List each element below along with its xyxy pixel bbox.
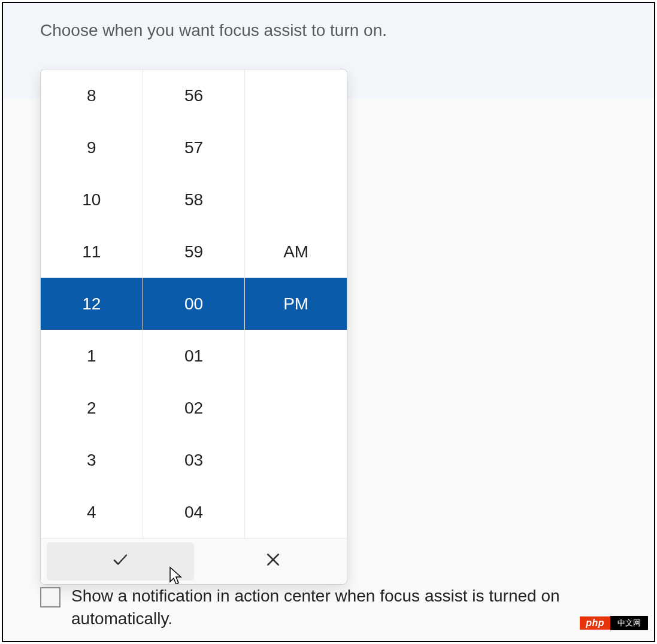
period-option[interactable] (245, 330, 347, 382)
minute-option[interactable]: 02 (143, 382, 245, 434)
period-option[interactable] (245, 174, 347, 226)
hour-option-selected[interactable]: 12 (41, 278, 143, 330)
close-icon (264, 551, 282, 573)
notification-checkbox[interactable] (40, 587, 60, 607)
period-option[interactable] (245, 486, 347, 538)
watermark-brand: php (580, 616, 610, 630)
settings-panel: Choose when you want focus assist to tur… (2, 2, 655, 642)
cancel-button[interactable] (200, 539, 347, 584)
period-option[interactable] (245, 382, 347, 434)
hour-option[interactable]: 2 (41, 382, 143, 434)
minute-option-selected[interactable]: 00 (143, 278, 245, 330)
minute-option[interactable]: 04 (143, 486, 245, 538)
time-picker-footer (41, 538, 347, 584)
notification-checkbox-label: Show a notification in action center whe… (71, 585, 627, 630)
hour-option[interactable]: 4 (41, 486, 143, 538)
hour-option[interactable]: 8 (41, 69, 143, 121)
hour-option[interactable]: 11 (41, 226, 143, 278)
period-column[interactable]: AM PM (245, 69, 347, 538)
minute-column[interactable]: 56 57 58 59 00 01 02 03 04 (143, 69, 246, 538)
hour-option[interactable]: 1 (41, 330, 143, 382)
hour-option[interactable]: 3 (41, 434, 143, 486)
confirm-button[interactable] (47, 542, 194, 581)
minute-option[interactable]: 01 (143, 330, 245, 382)
watermark-text: 中文网 (610, 616, 648, 630)
period-option-selected[interactable]: PM (245, 278, 347, 330)
minute-option[interactable]: 59 (143, 226, 245, 278)
period-option[interactable] (245, 434, 347, 486)
watermark: php 中文网 (580, 616, 648, 630)
time-picker: 8 9 10 11 12 1 2 3 4 56 57 58 59 00 01 0… (40, 69, 347, 585)
period-option[interactable] (245, 121, 347, 174)
time-picker-columns: 8 9 10 11 12 1 2 3 4 56 57 58 59 00 01 0… (41, 69, 347, 538)
checkmark-icon (111, 551, 129, 573)
hour-option[interactable]: 10 (41, 174, 143, 226)
minute-option[interactable]: 03 (143, 434, 245, 486)
cursor-icon (169, 566, 183, 585)
hour-column[interactable]: 8 9 10 11 12 1 2 3 4 (41, 69, 143, 538)
minute-option[interactable]: 58 (143, 174, 245, 226)
hour-option[interactable]: 9 (41, 121, 143, 174)
page-title: Choose when you want focus assist to tur… (40, 21, 387, 40)
minute-option[interactable]: 57 (143, 121, 245, 174)
period-option[interactable]: AM (245, 226, 347, 278)
notification-checkbox-row: Show a notification in action center whe… (40, 585, 627, 630)
period-option[interactable] (245, 69, 347, 121)
minute-option[interactable]: 56 (143, 69, 245, 121)
